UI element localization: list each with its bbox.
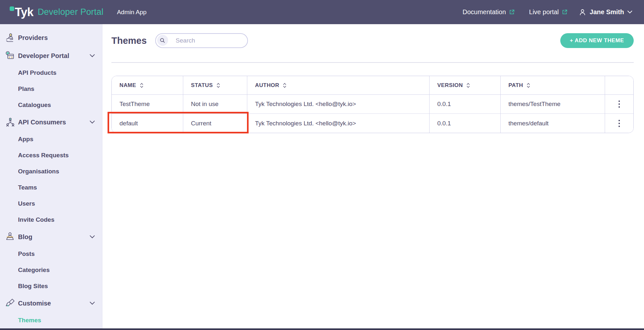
chevron-down-icon bbox=[90, 121, 95, 124]
live-portal-link-label: Live portal bbox=[529, 8, 559, 16]
chevron-down-icon bbox=[90, 302, 95, 305]
sidebar-item-blog[interactable]: Blog bbox=[0, 228, 102, 246]
cell-name: TestTheme bbox=[112, 95, 183, 114]
window-bottom-edge bbox=[0, 328, 644, 330]
sidebar-item-themes[interactable]: Themes bbox=[0, 312, 102, 328]
sidebar-item-teams[interactable]: Teams bbox=[0, 180, 102, 196]
cell-version: 0.0.1 bbox=[430, 114, 501, 133]
top-header-bar: Tyk Developer Portal Admin App Documenta… bbox=[0, 0, 644, 24]
external-link-icon bbox=[509, 9, 515, 15]
main-content: Themes + ADD NEW THEME bbox=[103, 24, 644, 330]
topbar-right: Documentation Live portal bbox=[462, 8, 632, 16]
sidebar-item-label: API Products bbox=[0, 69, 56, 76]
cell-version: 0.0.1 bbox=[430, 95, 501, 114]
blog-icon bbox=[5, 231, 16, 243]
sidebar-item-providers[interactable]: Providers bbox=[0, 29, 102, 47]
sidebar-item-developer-portal[interactable]: Developer Portal bbox=[0, 47, 102, 65]
sidebar-item-catalogues[interactable]: Catalogues bbox=[0, 97, 102, 113]
table-row: TestTheme Not in use Tyk Technologies Lt… bbox=[112, 95, 633, 114]
tyk-leaf-icon bbox=[10, 6, 14, 11]
cell-name: default bbox=[112, 114, 183, 133]
sidebar-item-organisations[interactable]: Organisations bbox=[0, 163, 102, 180]
chevron-down-icon bbox=[90, 54, 95, 58]
providers-icon bbox=[5, 32, 16, 44]
column-header-path[interactable]: PATH bbox=[501, 76, 605, 95]
row-actions-kebab-button[interactable] bbox=[613, 117, 626, 130]
cell-status: Current bbox=[183, 114, 247, 133]
sidebar-item-label: Teams bbox=[0, 184, 37, 191]
cell-actions bbox=[605, 114, 633, 133]
sidebar-item-label: Access Requests bbox=[0, 152, 69, 159]
row-actions-kebab-button[interactable] bbox=[613, 98, 626, 111]
sidebar-item-label: Users bbox=[0, 200, 35, 207]
table-header-row: NAME STATUS bbox=[112, 76, 633, 95]
developer-portal-icon bbox=[5, 50, 16, 62]
cell-path: themes/default bbox=[501, 114, 605, 133]
external-link-icon bbox=[562, 9, 568, 15]
chevron-down-icon bbox=[627, 10, 632, 14]
logo-product-name: Developer Portal bbox=[38, 7, 103, 17]
api-consumers-icon bbox=[5, 116, 16, 128]
cell-author: Tyk Technologies Ltd. <hello@tyk.io> bbox=[247, 95, 430, 114]
sort-icon bbox=[282, 82, 287, 88]
sidebar-item-blog-sites[interactable]: Blog Sites bbox=[0, 278, 102, 294]
documentation-link[interactable]: Documentation bbox=[462, 8, 515, 16]
sort-icon bbox=[139, 82, 144, 88]
sidebar-item-label: Themes bbox=[0, 317, 41, 324]
sidebar-item-invite-codes[interactable]: Invite Codes bbox=[0, 212, 102, 228]
sidebar-item-access-requests[interactable]: Access Requests bbox=[0, 147, 102, 163]
themes-table: NAME STATUS bbox=[111, 76, 634, 133]
sidebar-item-label: Organisations bbox=[0, 168, 59, 175]
column-header-version[interactable]: VERSION bbox=[430, 76, 501, 95]
page-title: Themes bbox=[111, 35, 147, 46]
sidebar-item-label: Posts bbox=[0, 250, 35, 257]
add-new-theme-button[interactable]: + ADD NEW THEME bbox=[560, 33, 634, 48]
sidebar-item-categories[interactable]: Categories bbox=[0, 262, 102, 278]
logo-text: Tyk bbox=[15, 5, 33, 19]
sort-icon bbox=[526, 82, 531, 88]
page: Tyk Developer Portal Admin App Documenta… bbox=[0, 0, 644, 330]
chevron-down-icon bbox=[90, 235, 95, 239]
sidebar-item-label: Blog Sites bbox=[0, 283, 48, 290]
documentation-link-label: Documentation bbox=[462, 8, 506, 16]
sidebar-item-api-consumers[interactable]: API Consumers bbox=[0, 113, 102, 131]
sidebar-item-label: Categories bbox=[0, 267, 50, 274]
column-header-author[interactable]: AUTHOR bbox=[247, 76, 430, 95]
section-divider bbox=[111, 62, 634, 63]
tyk-logo[interactable]: Tyk Developer Portal bbox=[10, 5, 103, 19]
sidebar-item-label: Catalogues bbox=[0, 102, 51, 109]
title-row: Themes + ADD NEW THEME bbox=[111, 33, 634, 48]
column-header-name[interactable]: NAME bbox=[112, 76, 183, 95]
sidebar-item-customise[interactable]: Customise bbox=[0, 294, 102, 312]
cell-status: Not in use bbox=[183, 95, 247, 114]
sidebar-item-plans[interactable]: Plans bbox=[0, 81, 102, 97]
sidebar-item-label: Plans bbox=[0, 85, 34, 92]
column-header-actions bbox=[605, 76, 633, 95]
sort-icon bbox=[216, 82, 221, 88]
table-row: default Current Tyk Technologies Ltd. <h… bbox=[112, 114, 633, 133]
sidebar-item-posts[interactable]: Posts bbox=[0, 246, 102, 262]
user-name: Jane Smith bbox=[590, 8, 624, 16]
sidebar-nav: Providers Developer Portal API Products bbox=[0, 24, 102, 330]
sidebar-item-api-products[interactable]: API Products bbox=[0, 65, 102, 81]
admin-app-label: Admin App bbox=[117, 9, 147, 16]
live-portal-link[interactable]: Live portal bbox=[529, 8, 568, 16]
cell-path: themes/TestTheme bbox=[501, 95, 605, 114]
search-input[interactable] bbox=[155, 33, 248, 48]
search-icon bbox=[157, 35, 168, 46]
sidebar-item-label: Apps bbox=[0, 136, 33, 143]
sort-icon bbox=[466, 82, 470, 88]
cell-actions bbox=[605, 95, 633, 114]
user-icon bbox=[579, 8, 586, 16]
search-box bbox=[155, 33, 248, 48]
sidebar-item-label: Invite Codes bbox=[0, 216, 54, 223]
customise-icon bbox=[5, 297, 16, 309]
cell-author: Tyk Technologies Ltd. <hello@tyk.io> bbox=[247, 114, 430, 133]
sidebar-item-apps[interactable]: Apps bbox=[0, 131, 102, 147]
user-menu[interactable]: Jane Smith bbox=[579, 8, 632, 16]
sidebar-item-users[interactable]: Users bbox=[0, 196, 102, 212]
column-header-status[interactable]: STATUS bbox=[183, 76, 247, 95]
